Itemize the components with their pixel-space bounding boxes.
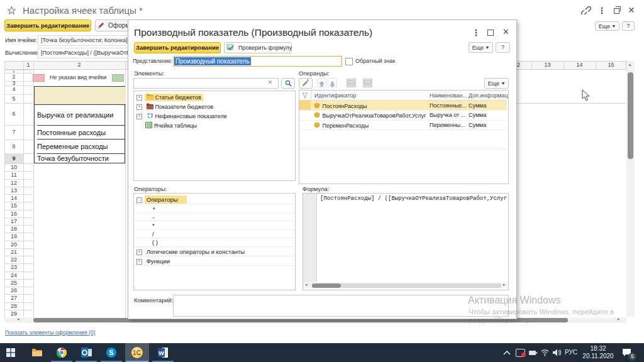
svg-text:S: S bbox=[109, 349, 113, 356]
svg-text:1С: 1С bbox=[133, 349, 141, 356]
svg-text:W: W bbox=[158, 349, 164, 356]
